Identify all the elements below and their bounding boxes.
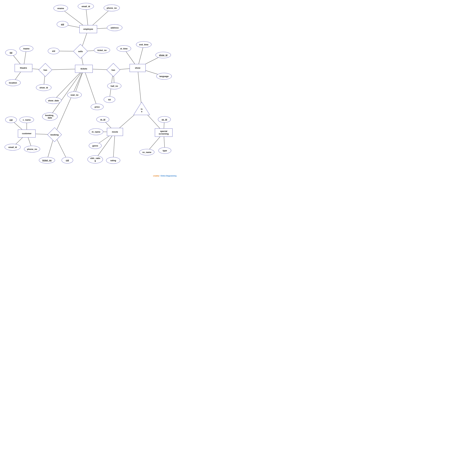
end_time: end_time xyxy=(136,41,152,48)
price: price xyxy=(91,104,104,110)
theatre: theatre xyxy=(15,64,32,72)
ticket_no_booking: ticket_no xyxy=(39,157,55,164)
address: address xyxy=(107,24,122,31)
tid_th: tid xyxy=(5,49,17,56)
cid_booking: cid xyxy=(61,157,73,164)
creately-subtext: • Online Diagramming xyxy=(160,175,177,177)
creately-badge: creately • Online Diagramming xyxy=(153,175,177,177)
phone_no_emp: phone_no xyxy=(104,5,120,11)
customer: customer xyxy=(18,130,36,138)
has_theatre: has xyxy=(39,65,52,75)
seat_no: seat_no xyxy=(67,91,82,98)
ename: ename xyxy=(54,5,68,12)
booking_date: booking_date xyxy=(42,112,58,121)
cid_cust: cid xyxy=(5,117,17,123)
eid_emp: eid xyxy=(57,21,68,28)
phone_no_cust: phone_no xyxy=(24,146,40,153)
cbfc_rating: cbfc_rating xyxy=(87,155,103,164)
email_id_cust: email_id xyxy=(5,144,21,151)
eid_sells: eid xyxy=(48,48,60,54)
ticket_no_sells: ticket_no xyxy=(94,47,110,53)
employee: employee xyxy=(79,25,97,33)
hall_no: hall_no xyxy=(107,83,121,89)
has_show: has xyxy=(107,65,120,75)
show_id_has: show_id xyxy=(36,84,52,91)
st_time: st_time xyxy=(117,45,131,52)
location: location xyxy=(5,79,21,86)
tickets: tickets xyxy=(75,65,93,73)
m_name: m_name xyxy=(89,128,103,135)
email_id_emp: email_id xyxy=(78,3,94,10)
show_date: show_date xyxy=(45,97,61,104)
svg-line-19 xyxy=(84,69,97,107)
special_screening: specialscreening xyxy=(155,128,173,137)
tid_show: tid xyxy=(104,96,115,103)
rating: rating xyxy=(106,157,120,164)
svg-line-42 xyxy=(113,132,115,160)
tname: tname xyxy=(19,45,33,52)
sells: sells xyxy=(74,46,87,57)
show: show xyxy=(130,64,146,72)
show_id_show: show_id xyxy=(155,52,171,58)
m_id: m_id xyxy=(96,116,109,123)
ss_name: ss_name xyxy=(139,149,155,155)
genre: genre xyxy=(89,142,102,149)
isa-node: isa xyxy=(134,102,150,115)
ss_id: ss_id xyxy=(158,116,171,123)
movie: movie xyxy=(107,128,123,136)
c_name: c_name xyxy=(19,117,34,123)
creately-text: creately xyxy=(153,175,159,177)
language: language xyxy=(156,73,172,80)
booking: booking xyxy=(48,130,61,140)
type_ss: type xyxy=(158,147,171,154)
